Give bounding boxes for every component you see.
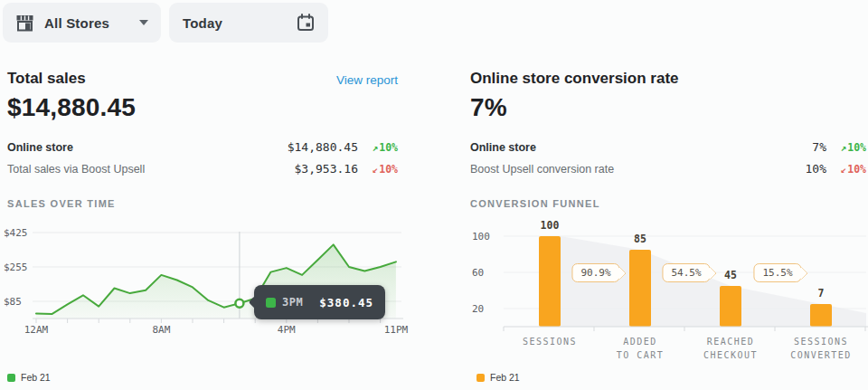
date-filter-button[interactable]: Today [169, 3, 328, 43]
category-label: TO CART [617, 350, 665, 360]
tooltip-value: $380.45 [319, 296, 373, 309]
hover-point-marker [235, 300, 243, 308]
chevron-down-icon [139, 20, 148, 25]
store-filter-label: All Stores [44, 15, 109, 31]
funnel-bar-3 [720, 286, 741, 327]
conversion-badge-2: 54.5% [662, 263, 710, 282]
conversion-badge-1: 90.9% [571, 263, 619, 282]
metric-delta-down: ↙10% [373, 163, 398, 176]
metric-row-boost-upsell: Total sales via Boost Upsell $3,953.16 ↙… [7, 159, 398, 181]
arrow-up-icon: ↗ [841, 142, 847, 154]
metric-row-online-store: Online store $14,880.45 ↗10% [7, 138, 398, 159]
metric-delta-down: ↙10% [841, 163, 866, 176]
metric-value: $3,953.16 [295, 162, 358, 176]
chart-tooltip: 3PM $380.45 [254, 285, 385, 319]
legend-swatch-feb21 [476, 374, 485, 382]
sales-line-chart[interactable]: $85$255$42512AM8AM4PM11PM [0, 217, 416, 348]
arrow-down-icon: ↙ [373, 164, 379, 176]
metric-delta-up: ↗10% [373, 141, 398, 154]
conversion-rate-title: Online store conversion rate [470, 70, 679, 88]
metric-label: Online store [7, 141, 73, 154]
category-label: SESSIONS [523, 337, 577, 347]
funnel-bar-1 [539, 236, 561, 327]
metric-label: Boost Upsell conversion rate [470, 163, 614, 176]
calendar-icon [297, 14, 315, 32]
metric-value: $14,880.45 [288, 140, 358, 154]
store-filter-button[interactable]: All Stores [3, 3, 161, 43]
y-axis-tick-label: 20 [472, 303, 484, 315]
y-axis-tick-label: $425 [4, 227, 28, 239]
metric-label: Total sales via Boost Upsell [7, 163, 145, 176]
legend-swatch-feb21 [7, 374, 15, 382]
x-axis-tick-label: 11PM [384, 324, 409, 336]
total-sales-title: Total sales [7, 70, 86, 88]
date-filter-label: Today [183, 15, 222, 31]
conversion-funnel-heading: CONVERSION FUNNEL [470, 198, 600, 209]
bar-value-label: 7 [818, 287, 825, 300]
y-axis-tick-label: $85 [4, 296, 22, 308]
y-axis-tick-label: $255 [4, 262, 28, 273]
metric-value: 10% [806, 162, 826, 176]
funnel-bar-2 [629, 250, 651, 327]
arrow-down-icon: ↙ [841, 164, 847, 176]
category-label: CHECKOUT [703, 350, 758, 360]
store-icon [15, 14, 34, 32]
total-sales-value: $14,880.45 [7, 93, 136, 122]
conversion-funnel-chart[interactable]: 206010010085457SESSIONSADDEDTO CARTREACH… [470, 217, 868, 371]
metric-row-boost-upsell-rate: Boost Upsell conversion rate 10% ↙10% [470, 159, 866, 181]
category-label: ADDED [623, 337, 657, 347]
view-report-link[interactable]: View report [320, 73, 398, 87]
metric-label: Online store [470, 141, 536, 154]
sales-chart-legend: Feb 21 [7, 372, 51, 383]
y-axis-tick-label: 100 [472, 231, 490, 243]
sales-metric-rows: Online store $14,880.45 ↗10% Total sales… [7, 138, 398, 181]
bar-value-label: 100 [541, 219, 560, 232]
funnel-chart-legend: Feb 21 [476, 372, 520, 383]
analytics-dashboard: All Stores Today Total sales View report… [0, 0, 868, 390]
metric-row-online-store: Online store 7% ↗10% [470, 138, 866, 159]
conversion-rate-value: 7% [470, 93, 507, 122]
legend-label: Feb 21 [21, 372, 51, 383]
x-axis-tick-label: 12AM [24, 324, 49, 336]
x-axis-tick-label: 8AM [152, 324, 170, 336]
y-axis-tick-label: 60 [472, 267, 484, 279]
series-swatch [266, 298, 276, 308]
conversion-metric-rows: Online store 7% ↗10% Boost Upsell conver… [470, 138, 866, 181]
bar-value-label: 45 [724, 269, 737, 281]
bar-value-label: 85 [634, 233, 646, 245]
sales-over-time-heading: SALES OVER TIME [7, 198, 116, 209]
conversion-badge-3: 15.5% [753, 263, 801, 282]
x-axis-tick-label: 4PM [278, 324, 296, 336]
legend-label: Feb 21 [490, 372, 520, 383]
arrow-up-icon: ↗ [373, 142, 379, 154]
metric-delta-up: ↗10% [841, 141, 866, 154]
tooltip-time: 3PM [282, 296, 303, 309]
category-label: SESSIONS [794, 337, 848, 347]
category-label: CONVERTED [790, 350, 852, 360]
category-label: REACHED [707, 337, 755, 347]
metric-value: 7% [812, 140, 826, 154]
funnel-bar-4 [810, 304, 832, 327]
